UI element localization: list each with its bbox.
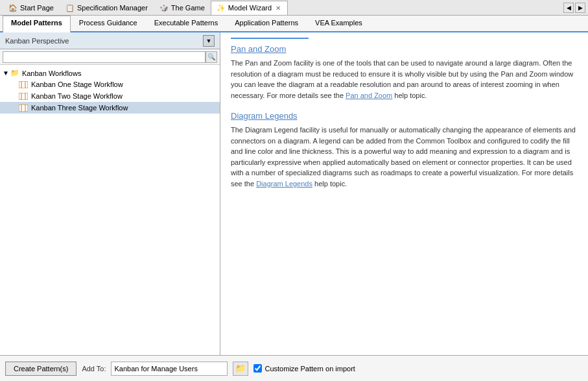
tab-model-wizard[interactable]: ✨ Model Wizard ✕ [211,1,288,15]
customize-checkbox[interactable] [253,364,262,373]
tab-nav-right[interactable]: ▶ [575,3,585,13]
tree-item-two-stage-label: Kanban Two Stage Workflow [31,92,123,100]
spec-manager-icon: 📋 [65,3,75,12]
bottom-bar: Create Pattern(s) Add To: 📁 Customize Pa… [0,355,588,381]
add-to-label: Add To: [82,365,106,373]
svg-rect-0 [19,81,28,88]
tree-toggle: ▼ [3,69,9,77]
diagram-legends-link[interactable]: Diagram Legends [256,180,312,188]
customize-checkbox-area: Customize Pattern on import [253,364,355,373]
tab-navigation: ◀ ▶ [563,3,585,13]
secondary-tab-bar: Model Patterns Process Guidance Executab… [0,16,588,32]
tab-nav-left[interactable]: ◀ [563,3,574,13]
kanban-workflows-icon: 📁 [10,69,19,77]
tab-bar: 🏠 Start Page 📋 Specification Manager 🎲 T… [0,0,588,16]
tab-start-page[interactable]: 🏠 Start Page [3,1,60,15]
svg-rect-3 [19,93,28,100]
kanban-three-stage-icon [18,103,29,112]
diagram-legends-text-after: help topic. [312,180,347,188]
tree-item-one-stage-label: Kanban One Stage Workflow [31,80,123,88]
diagram-legends-heading: Diagram Legends [231,111,578,121]
content-scroll[interactable]: Pan and Zoom The Pan and Zoom facility i… [220,32,588,355]
tab-model-patterns[interactable]: Model Patterns [3,16,71,32]
tab-the-game-label: The Game [171,4,205,12]
perspective-title: Kanban Perspective [5,37,69,45]
pan-zoom-heading: Pan and Zoom [231,44,578,54]
kanban-one-stage-icon [18,80,29,89]
tab-application-patterns[interactable]: Application Patterns [226,16,307,31]
customize-label: Customize Pattern on import [265,365,355,373]
tab-spec-manager-label: Specification Manager [77,4,148,12]
kanban-two-stage-icon [18,92,29,101]
perspective-dropdown-btn[interactable]: ▼ [203,35,215,47]
the-game-icon: 🎲 [159,3,169,12]
tree-item-two-stage[interactable]: Kanban Two Stage Workflow [0,90,220,102]
search-button[interactable]: 🔍 [206,51,217,63]
diagram-legends-text: The Diagram Legend facility is useful fo… [231,125,578,189]
left-panel: Kanban Perspective ▼ 🔍 ▼ 📁 Kanban Workfl… [0,32,220,355]
search-input[interactable] [3,51,206,63]
search-bar: 🔍 [0,49,220,65]
tree-item-one-stage[interactable]: Kanban One Stage Workflow [0,79,220,90]
tab-start-page-label: Start Page [20,4,54,12]
tab-process-guidance[interactable]: Process Guidance [71,16,146,31]
pan-zoom-text-after: help topic. [392,92,427,99]
perspective-header: Kanban Perspective ▼ [0,32,220,49]
tab-the-game[interactable]: 🎲 The Game [154,1,211,15]
pan-zoom-link[interactable]: Pan and Zoom [346,92,392,99]
pan-zoom-text: The Pan and Zoom facility is one of the … [231,58,578,101]
create-patterns-button[interactable]: Create Pattern(s) [5,362,76,376]
main-content: Kanban Perspective ▼ 🔍 ▼ 📁 Kanban Workfl… [0,32,588,355]
tree-item-three-stage-label: Kanban Three Stage Workflow [31,104,128,112]
tab-executable-patterns[interactable]: Executable Patterns [146,16,226,31]
scroll-indicator [231,38,309,39]
right-panel: Pan and Zoom The Pan and Zoom facility i… [220,32,588,355]
tree-root-kanban[interactable]: ▼ 📁 Kanban Workflows [0,68,220,79]
start-page-icon: 🏠 [8,3,18,12]
model-wizard-icon: ✨ [217,3,226,12]
tab-spec-manager[interactable]: 📋 Specification Manager [60,1,154,15]
tree-root-label: Kanban Workflows [22,69,82,77]
svg-rect-6 [19,104,28,112]
browse-folder-button[interactable]: 📁 [233,362,248,376]
tree-area: ▼ 📁 Kanban Workflows Kanban One Stage Wo… [0,65,220,355]
tab-model-wizard-close[interactable]: ✕ [274,4,282,12]
diagram-legends-text-before: The Diagram Legend facility is useful fo… [231,126,576,188]
tree-item-three-stage[interactable]: Kanban Three Stage Workflow [0,102,220,114]
add-to-input[interactable] [111,362,228,376]
tab-model-wizard-label: Model Wizard [228,4,272,12]
tab-vea-examples[interactable]: VEA Examples [307,16,371,31]
